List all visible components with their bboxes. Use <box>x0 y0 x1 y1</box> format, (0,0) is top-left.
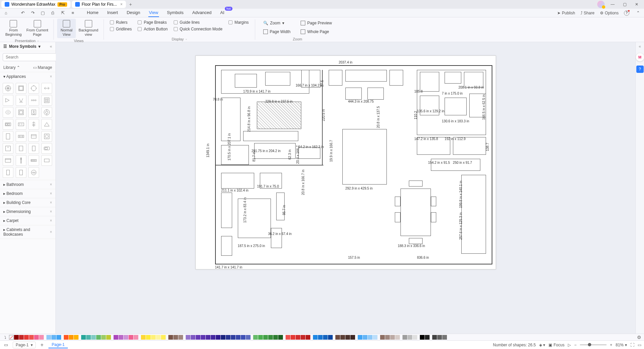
symbol-item[interactable] <box>41 131 52 142</box>
menu-advanced[interactable]: Advanced <box>191 9 212 17</box>
color-swatch[interactable] <box>368 335 372 340</box>
menu-ai[interactable]: AIhot <box>219 9 225 17</box>
symbol-item[interactable] <box>16 107 26 118</box>
library-label[interactable]: Library <box>3 65 16 70</box>
color-swatch[interactable] <box>129 335 133 340</box>
menu-view[interactable]: View <box>148 9 159 17</box>
options-button[interactable]: ⚙Options <box>600 11 619 15</box>
wholepage-button[interactable]: Whole Page <box>299 29 334 35</box>
from-current-button[interactable]: From Current Page <box>24 19 50 38</box>
color-swatch[interactable] <box>201 335 205 340</box>
color-swatch[interactable] <box>91 335 96 340</box>
color-swatch[interactable] <box>74 335 78 340</box>
symbol-item[interactable] <box>41 95 52 106</box>
color-swatch[interactable] <box>345 335 350 340</box>
page-tab[interactable]: Page-1 <box>48 342 68 348</box>
add-page-button[interactable]: + <box>39 342 45 348</box>
color-swatch[interactable] <box>236 335 240 340</box>
color-swatch[interactable] <box>51 335 56 340</box>
zoom-button[interactable]: 🔍Zoom▾ <box>261 20 293 26</box>
document-tab[interactable]: Floor Plan for Firs... × <box>72 1 126 8</box>
palette-settings-button[interactable]: ⚙ <box>636 334 642 340</box>
symbol-item[interactable] <box>41 83 52 94</box>
close-section-icon[interactable]: × <box>50 182 52 187</box>
color-swatch[interactable] <box>173 335 178 340</box>
color-swatch[interactable] <box>286 335 290 340</box>
menu-design[interactable]: Design <box>126 9 141 17</box>
color-swatch[interactable] <box>134 335 138 340</box>
color-swatch[interactable] <box>301 335 305 340</box>
color-swatch[interactable] <box>19 335 24 340</box>
zoom-level[interactable]: 81% ▾ <box>616 343 627 347</box>
symbol-item[interactable] <box>28 131 39 142</box>
color-swatch[interactable] <box>211 335 215 340</box>
help-sidebar-button[interactable]: ? <box>636 66 644 73</box>
color-swatch[interactable] <box>156 335 161 340</box>
color-swatch[interactable] <box>106 335 111 340</box>
color-swatch[interactable] <box>221 335 225 340</box>
collapse-ribbon-button[interactable]: ⌃ <box>635 10 641 16</box>
floorplan-drawing[interactable]: 170.9 in x 141.7 in 70.8 in 214.8 in x 9… <box>215 65 492 264</box>
pagebreaks-checkbox[interactable]: Page Breaks <box>138 20 167 25</box>
color-swatch[interactable] <box>186 335 190 340</box>
symbol-item[interactable] <box>28 155 39 166</box>
symbol-item[interactable] <box>3 119 13 130</box>
symbol-item[interactable] <box>16 143 26 154</box>
color-swatch[interactable] <box>390 335 395 340</box>
symbol-item[interactable] <box>16 155 26 166</box>
chevron-down-icon[interactable]: ▾ <box>38 44 40 49</box>
normal-view-button[interactable]: Normal View <box>57 19 76 38</box>
color-swatch[interactable] <box>442 335 447 340</box>
section-carpet[interactable]: ▸ Carpet× <box>0 216 55 225</box>
expand-right-panel-button[interactable]: « <box>639 44 641 49</box>
color-swatch[interactable] <box>46 335 51 340</box>
color-swatch[interactable] <box>432 335 437 340</box>
symbol-item[interactable] <box>16 119 26 130</box>
rulers-checkbox[interactable]: Rulers <box>110 20 132 25</box>
color-swatch[interactable] <box>363 335 367 340</box>
color-swatch[interactable] <box>335 335 340 340</box>
ai-assistant-button[interactable]: M <box>636 53 644 62</box>
color-swatch[interactable] <box>380 335 385 340</box>
symbol-item[interactable]: HW <box>28 167 39 178</box>
color-swatch[interactable] <box>340 335 345 340</box>
color-swatch[interactable] <box>39 335 44 340</box>
color-swatch[interactable] <box>395 335 400 340</box>
export-button[interactable]: ⇱ <box>59 10 66 16</box>
add-tab-button[interactable]: + <box>127 2 134 7</box>
color-swatch[interactable] <box>141 335 146 340</box>
color-swatch[interactable] <box>328 335 333 340</box>
help-button[interactable]: ? <box>624 10 629 16</box>
section-bedroom[interactable]: ▸ Bedroom× <box>0 189 55 198</box>
close-section-icon[interactable]: × <box>50 209 52 214</box>
page-list-button[interactable]: ▭ <box>3 342 9 348</box>
symbol-item[interactable] <box>28 95 39 106</box>
collapse-panel-button[interactable]: « <box>50 44 52 49</box>
eyedropper-button[interactable]: ⤵ <box>2 334 9 341</box>
symbol-item[interactable] <box>41 143 52 154</box>
fullscreen-button[interactable]: ▭ <box>638 343 641 347</box>
margins-checkbox[interactable]: Margins <box>228 20 249 25</box>
save-button[interactable]: ▢ <box>39 10 46 16</box>
print-button[interactable]: ⎙ <box>49 10 56 16</box>
symbol-item[interactable] <box>28 143 39 154</box>
color-swatch[interactable] <box>291 335 295 340</box>
symbol-item[interactable] <box>41 119 52 130</box>
color-swatch[interactable] <box>119 335 123 340</box>
color-swatch[interactable] <box>24 335 29 340</box>
home-icon[interactable]: ⌂ <box>3 10 9 16</box>
color-swatch[interactable] <box>420 335 425 340</box>
guidelines-checkbox[interactable]: Guide lines <box>174 20 222 25</box>
section-cabinets[interactable]: ▸ Cabinets and Bookcases× <box>0 225 55 239</box>
focus-button[interactable]: ▣Focus <box>548 343 565 347</box>
color-swatch[interactable] <box>318 335 323 340</box>
symbol-item[interactable] <box>3 107 13 118</box>
color-swatch[interactable] <box>96 335 101 340</box>
no-fill-swatch[interactable] <box>9 335 14 340</box>
color-swatch[interactable] <box>296 335 300 340</box>
color-swatch[interactable] <box>278 335 283 340</box>
color-swatch[interactable] <box>146 335 151 340</box>
publish-button[interactable]: ➤Publish <box>557 11 575 15</box>
close-window-button[interactable]: ✕ <box>633 1 641 8</box>
quickconn-checkbox[interactable]: Quick Connection Mode <box>174 27 222 31</box>
